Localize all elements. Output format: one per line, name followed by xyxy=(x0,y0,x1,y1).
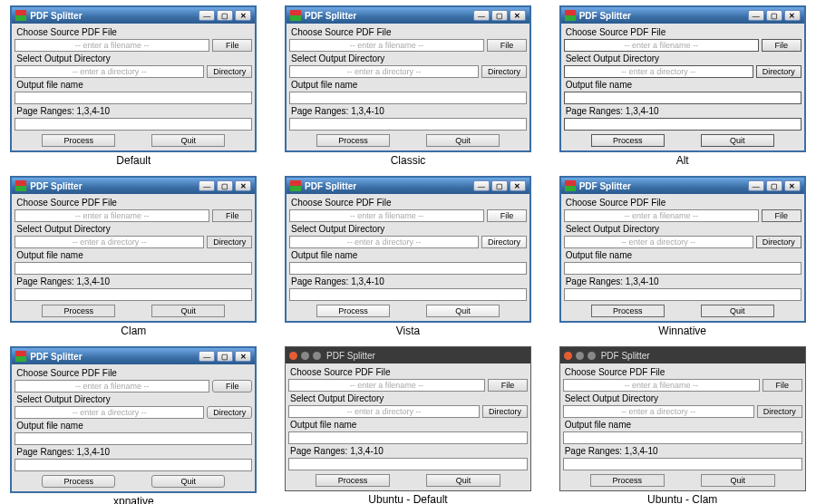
file-button[interactable]: File xyxy=(212,209,252,222)
process-button[interactable]: Process xyxy=(42,475,115,488)
quit-button[interactable]: Quit xyxy=(426,474,500,487)
directory-button[interactable]: Directory xyxy=(207,406,252,419)
outdir-input[interactable]: -- enter a directory -- xyxy=(563,405,754,418)
process-button[interactable]: Process xyxy=(316,305,390,317)
close-icon[interactable]: ✕ xyxy=(289,352,297,360)
process-button[interactable]: Process xyxy=(591,134,665,147)
outfile-input[interactable]: . xyxy=(15,432,252,445)
file-button[interactable]: File xyxy=(488,379,528,392)
outdir-input[interactable]: -- enter a directory -- xyxy=(289,236,479,248)
file-button[interactable]: File xyxy=(762,209,801,222)
directory-button[interactable]: Directory xyxy=(757,405,802,418)
process-button[interactable]: Process xyxy=(42,134,115,147)
close-icon[interactable]: ✕ xyxy=(784,10,801,21)
source-input[interactable]: -- enter a filename -- xyxy=(289,209,484,222)
ranges-input[interactable]: . xyxy=(15,288,252,301)
outfile-input[interactable]: . xyxy=(15,92,252,104)
process-button[interactable]: Process xyxy=(591,305,665,317)
file-button[interactable]: File xyxy=(487,209,527,222)
minimize-icon[interactable]: — xyxy=(748,180,764,191)
file-button[interactable]: File xyxy=(763,379,802,392)
quit-button[interactable]: Quit xyxy=(426,134,500,147)
outfile-input[interactable]: . xyxy=(288,431,528,444)
quit-button[interactable]: Quit xyxy=(701,474,775,487)
ranges-input[interactable]: . xyxy=(563,458,802,470)
minimize-icon[interactable]: — xyxy=(473,10,490,21)
file-button[interactable]: File xyxy=(212,39,252,52)
source-input[interactable]: -- enter a filename -- xyxy=(15,380,209,393)
outdir-input[interactable]: -- enter a directory -- xyxy=(288,405,480,418)
quit-button[interactable]: Quit xyxy=(701,134,774,147)
titlebar[interactable]: PDF Splitter — ▢ ✕ xyxy=(12,348,255,364)
source-input[interactable]: -- enter a filename -- xyxy=(289,39,484,52)
file-button[interactable]: File xyxy=(487,39,527,52)
minimize-icon[interactable]: — xyxy=(301,352,309,360)
close-icon[interactable]: ✕ xyxy=(235,351,251,362)
source-input[interactable]: -- enter a filename -- xyxy=(288,379,485,392)
source-input[interactable]: -- enter a filename -- xyxy=(15,209,209,222)
minimize-icon[interactable]: — xyxy=(199,180,215,191)
minimize-icon[interactable]: — xyxy=(473,180,490,191)
close-icon[interactable]: ✕ xyxy=(784,180,801,191)
maximize-icon[interactable]: ▢ xyxy=(217,351,233,362)
directory-button[interactable]: Directory xyxy=(207,236,252,248)
maximize-icon[interactable]: ▢ xyxy=(313,352,321,360)
ranges-input[interactable]: . xyxy=(15,118,252,131)
process-button[interactable]: Process xyxy=(42,305,115,317)
minimize-icon[interactable]: — xyxy=(199,351,215,362)
outfile-input[interactable]: . xyxy=(564,262,801,275)
file-button[interactable]: File xyxy=(212,380,252,393)
maximize-icon[interactable]: ▢ xyxy=(766,180,782,191)
source-input[interactable]: -- enter a filename -- xyxy=(564,39,759,52)
source-input[interactable]: -- enter a filename -- xyxy=(563,379,760,392)
titlebar[interactable]: PDF Splitter — ▢ ✕ xyxy=(561,7,804,24)
outdir-input[interactable]: -- enter a directory -- xyxy=(289,65,479,78)
file-button[interactable]: File xyxy=(762,39,801,52)
maximize-icon[interactable]: ▢ xyxy=(217,180,233,191)
close-icon[interactable]: ✕ xyxy=(235,180,251,191)
directory-button[interactable]: Directory xyxy=(482,405,528,418)
minimize-icon[interactable]: — xyxy=(199,10,215,21)
outdir-input[interactable]: -- enter a directory -- xyxy=(564,236,753,248)
outdir-input[interactable]: -- enter a directory -- xyxy=(564,65,753,78)
directory-button[interactable]: Directory xyxy=(756,236,801,248)
quit-button[interactable]: Quit xyxy=(426,305,500,317)
maximize-icon[interactable]: ▢ xyxy=(588,352,596,360)
titlebar[interactable]: PDF Splitter — ▢ ✕ xyxy=(287,178,529,194)
process-button[interactable]: Process xyxy=(316,474,390,487)
titlebar[interactable]: ✕ — ▢ PDF Splitter xyxy=(286,347,530,363)
outfile-input[interactable]: . xyxy=(289,262,527,275)
outfile-input[interactable]: . xyxy=(289,92,527,104)
quit-button[interactable]: Quit xyxy=(151,475,225,488)
source-input[interactable]: -- enter a filename -- xyxy=(15,39,209,52)
directory-button[interactable]: Directory xyxy=(481,236,527,248)
minimize-icon[interactable]: — xyxy=(748,10,764,21)
titlebar[interactable]: PDF Splitter — ▢ ✕ xyxy=(287,7,529,24)
quit-button[interactable]: Quit xyxy=(151,305,225,317)
directory-button[interactable]: Directory xyxy=(481,65,527,78)
maximize-icon[interactable]: ▢ xyxy=(491,10,508,21)
minimize-icon[interactable]: — xyxy=(576,352,584,360)
ranges-input[interactable]: . xyxy=(289,118,527,131)
titlebar[interactable]: PDF Splitter — ▢ ✕ xyxy=(12,178,255,194)
maximize-icon[interactable]: ▢ xyxy=(766,10,782,21)
outfile-input[interactable]: . xyxy=(15,262,252,275)
quit-button[interactable]: Quit xyxy=(701,305,774,317)
titlebar[interactable]: PDF Splitter — ▢ ✕ xyxy=(561,178,804,194)
source-input[interactable]: -- enter a filename -- xyxy=(564,209,759,222)
ranges-input[interactable]: . xyxy=(564,118,801,131)
ranges-input[interactable]: . xyxy=(15,459,252,471)
ranges-input[interactable]: . xyxy=(564,288,801,301)
outdir-input[interactable]: -- enter a directory -- xyxy=(15,65,204,78)
titlebar[interactable]: ✕ — ▢ PDF Splitter xyxy=(560,347,805,363)
directory-button[interactable]: Directory xyxy=(756,65,801,78)
quit-button[interactable]: Quit xyxy=(151,134,225,147)
ranges-input[interactable]: . xyxy=(288,458,528,470)
maximize-icon[interactable]: ▢ xyxy=(217,10,233,21)
outfile-input[interactable]: . xyxy=(563,431,802,444)
titlebar[interactable]: PDF Splitter — ▢ ✕ xyxy=(12,7,255,24)
maximize-icon[interactable]: ▢ xyxy=(491,180,508,191)
close-icon[interactable]: ✕ xyxy=(510,10,526,21)
close-icon[interactable]: ✕ xyxy=(564,352,572,360)
process-button[interactable]: Process xyxy=(316,134,390,147)
